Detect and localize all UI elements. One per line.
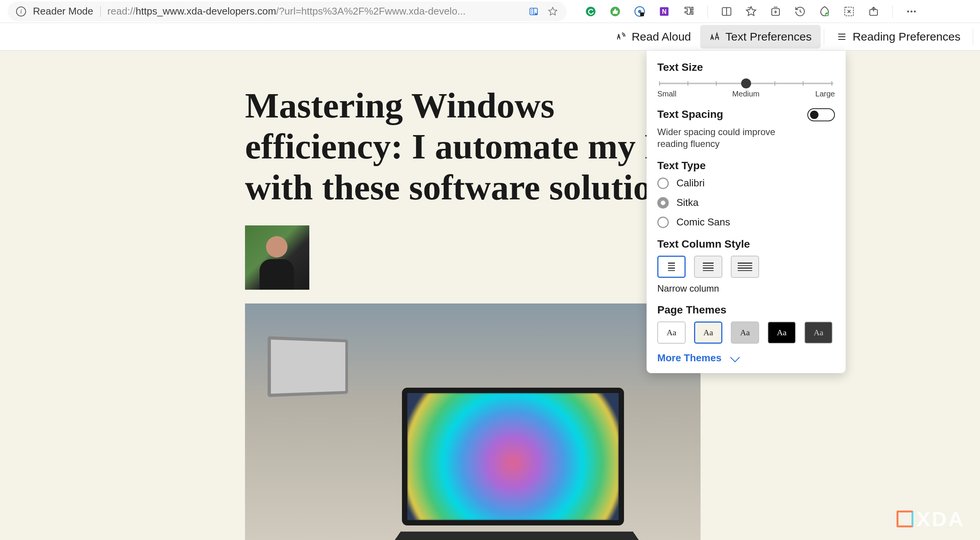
- more-icon[interactable]: [906, 6, 917, 17]
- xda-logo-icon: [897, 511, 913, 527]
- svg-text:N: N: [662, 8, 666, 15]
- share-icon[interactable]: [868, 6, 879, 17]
- text-spacing-heading: Text Spacing: [657, 108, 784, 121]
- url-container[interactable]: i Reader Mode read://https_www.xda-devel…: [8, 2, 567, 21]
- slider-label-medium: Medium: [732, 90, 760, 98]
- extensions-icon[interactable]: [683, 6, 694, 17]
- address-bar: i Reader Mode read://https_www.xda-devel…: [0, 0, 980, 23]
- collections-icon[interactable]: [770, 6, 781, 17]
- favorites-icon[interactable]: [745, 6, 757, 17]
- text-spacing-section: Text Spacing Wider spacing could improve…: [657, 108, 835, 150]
- article: Mastering Windows efficiency: I automate…: [245, 51, 701, 540]
- text-spacing-toggle[interactable]: [807, 108, 835, 121]
- text-preferences-label: Text Preferences: [725, 30, 812, 43]
- text-size-slider[interactable]: [657, 79, 835, 88]
- column-style-section: Text Column Style Narrow column: [657, 238, 835, 294]
- text-preferences-icon: [709, 31, 720, 42]
- reading-preferences-icon: [836, 31, 847, 42]
- more-themes-button[interactable]: More Themes: [657, 352, 835, 364]
- reading-preferences-label: Reading Preferences: [853, 30, 960, 43]
- font-radio-comic-sans[interactable]: Comic Sans: [657, 216, 835, 228]
- font-radio-calibri[interactable]: Calibri: [657, 177, 835, 189]
- theme-swatch-4[interactable]: Aa: [804, 321, 833, 344]
- chevron-down-icon: [730, 352, 740, 362]
- reader-view-icon[interactable]: [528, 6, 539, 17]
- radio-icon: [657, 197, 669, 209]
- more-themes-label: More Themes: [657, 352, 722, 364]
- read-aloud-button[interactable]: Read Aloud: [606, 25, 700, 49]
- slider-label-large: Large: [815, 90, 835, 98]
- text-size-section: Text Size Small Medium Large: [657, 61, 835, 98]
- svg-point-16: [914, 10, 916, 12]
- read-aloud-icon: [616, 31, 626, 42]
- history-icon[interactable]: [794, 6, 806, 17]
- split-screen-icon[interactable]: [721, 6, 732, 17]
- reader-mode-label: Reader Mode: [33, 5, 93, 17]
- text-preferences-panel: Text Size Small Medium Large T: [647, 51, 846, 373]
- page-themes-section: Page Themes AaAaAaAaAa More Themes: [657, 304, 835, 364]
- reader-toolbar: Read Aloud Text Preferences Reading Pref…: [0, 23, 980, 51]
- read-aloud-label: Read Aloud: [632, 30, 691, 43]
- radio-label: Calibri: [676, 177, 705, 189]
- xda-watermark: XDA: [897, 507, 965, 531]
- extension-onenote-icon[interactable]: N: [658, 6, 670, 17]
- text-type-section: Text Type CalibriSitkaComic Sans: [657, 160, 835, 228]
- slider-thumb[interactable]: [741, 78, 751, 88]
- radio-icon: [657, 217, 669, 228]
- slider-label-small: Small: [657, 90, 676, 98]
- text-spacing-desc: Wider spacing could improve reading flue…: [657, 126, 784, 150]
- svg-rect-6: [640, 12, 644, 16]
- text-type-heading: Text Type: [657, 160, 835, 172]
- column-medium-button[interactable]: [694, 256, 722, 278]
- url-text[interactable]: read://https_www.xda-developers.com/?url…: [108, 5, 521, 17]
- divider: [707, 5, 708, 18]
- text-size-heading: Text Size: [657, 61, 835, 73]
- divider: [824, 29, 824, 45]
- divider: [973, 29, 973, 45]
- font-radio-sitka[interactable]: Sitka: [657, 197, 835, 209]
- author-avatar: [245, 225, 309, 290]
- page-themes-heading: Page Themes: [657, 304, 835, 316]
- radio-label: Comic Sans: [676, 216, 730, 228]
- extension-privacy-icon[interactable]: [634, 6, 645, 17]
- column-narrow-button[interactable]: [657, 256, 686, 278]
- radio-icon: [657, 178, 669, 189]
- divider: [100, 6, 101, 17]
- column-wide-button[interactable]: [731, 256, 759, 278]
- extension-grammarly-icon[interactable]: [585, 6, 596, 17]
- theme-swatch-0[interactable]: Aa: [657, 321, 686, 344]
- theme-swatch-2[interactable]: Aa: [731, 321, 759, 344]
- favorite-star-icon[interactable]: [547, 6, 558, 17]
- performance-icon[interactable]: [819, 6, 830, 17]
- article-title: Mastering Windows efficiency: I automate…: [245, 85, 701, 208]
- column-selected-label: Narrow column: [657, 283, 835, 294]
- screenshot-icon[interactable]: [843, 6, 855, 17]
- extension-thumbs-up-icon[interactable]: [609, 6, 621, 17]
- svg-point-15: [911, 10, 913, 12]
- divider: [892, 5, 893, 18]
- toolbar-right: N: [585, 5, 917, 18]
- svg-point-14: [907, 10, 909, 12]
- radio-label: Sitka: [676, 197, 699, 209]
- theme-swatch-3[interactable]: Aa: [768, 321, 796, 344]
- theme-swatch-1[interactable]: Aa: [694, 321, 722, 344]
- reading-preferences-button[interactable]: Reading Preferences: [827, 25, 970, 49]
- text-preferences-button[interactable]: Text Preferences: [700, 25, 821, 49]
- svg-point-2: [586, 7, 596, 16]
- feature-image: [245, 303, 701, 540]
- column-style-heading: Text Column Style: [657, 238, 835, 250]
- info-icon[interactable]: i: [16, 7, 26, 16]
